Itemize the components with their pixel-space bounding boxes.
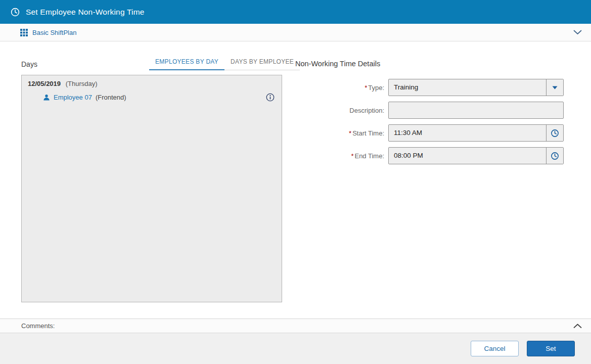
employee-team: (Frontend) xyxy=(96,94,126,101)
clock-icon xyxy=(551,129,559,138)
chevron-up-icon[interactable] xyxy=(573,324,582,329)
details-title: Non-Working Time Details xyxy=(295,60,380,68)
description-field-row: Description: xyxy=(295,102,568,119)
days-section-title: Days xyxy=(21,60,37,68)
comments-bar[interactable]: Comments: xyxy=(0,318,591,333)
type-label: *Type: xyxy=(295,84,388,92)
shiftplan-bar[interactable]: Basic ShiftPlan xyxy=(0,24,591,41)
dialog-footer: Cancel Set xyxy=(0,333,591,364)
employee-row[interactable]: Employee 07 (Frontend) xyxy=(22,90,282,107)
dialog-title: Set Employee Non-Working Time xyxy=(26,8,145,17)
required-marker: * xyxy=(365,84,367,92)
start-time-input[interactable]: 11:30 AM xyxy=(388,124,564,142)
type-dropdown[interactable]: Training xyxy=(388,79,564,96)
days-list: 12/05/2019 (Thursday) Employee 07 (Front… xyxy=(21,75,282,302)
shiftplan-label: Basic ShiftPlan xyxy=(32,29,76,36)
required-marker: * xyxy=(351,152,353,160)
type-field-row: *Type: Training xyxy=(295,79,568,96)
shiftplan-grid-icon xyxy=(20,29,28,36)
set-nonworking-time-dialog: Set Employee Non-Working Time Basic Shif… xyxy=(0,0,591,364)
comments-label: Comments: xyxy=(21,322,55,330)
start-time-label: *Start Time: xyxy=(295,129,388,137)
dialog-header: Set Employee Non-Working Time xyxy=(0,0,591,24)
end-time-value[interactable]: 08:00 PM xyxy=(389,148,546,164)
set-button[interactable]: Set xyxy=(527,341,575,356)
start-time-field-row: *Start Time: 11:30 AM xyxy=(295,124,568,142)
day-date: 12/05/2019 xyxy=(28,80,61,87)
tab-employees-by-day[interactable]: EMPLOYEES BY DAY xyxy=(149,54,224,70)
end-time-input[interactable]: 08:00 PM xyxy=(388,147,564,164)
employee-name[interactable]: Employee 07 xyxy=(54,94,92,101)
description-label-text: Description: xyxy=(349,107,384,114)
end-time-picker-button[interactable] xyxy=(546,148,563,164)
end-time-label: *End Time: xyxy=(295,152,388,160)
description-input[interactable] xyxy=(389,102,563,118)
details-form: *Type: Training Description: *Star xyxy=(295,79,568,170)
view-tabs: EMPLOYEES BY DAY DAYS BY EMPLOYEE xyxy=(149,54,300,70)
day-row[interactable]: 12/05/2019 (Thursday) xyxy=(22,75,282,90)
cancel-button[interactable]: Cancel xyxy=(471,341,519,356)
dialog-body: Days EMPLOYEES BY DAY DAYS BY EMPLOYEE 1… xyxy=(0,41,591,318)
person-icon xyxy=(43,94,50,101)
required-marker: * xyxy=(349,129,351,137)
start-time-label-text: Start Time: xyxy=(352,129,384,137)
tab-days-by-employee[interactable]: DAYS BY EMPLOYEE xyxy=(224,54,300,70)
chevron-down-icon[interactable] xyxy=(573,30,582,35)
type-dropdown-button[interactable] xyxy=(546,79,563,96)
type-label-text: Type: xyxy=(368,84,384,92)
start-time-picker-button[interactable] xyxy=(546,125,563,141)
type-value[interactable]: Training xyxy=(389,79,546,96)
day-weekday: (Thursday) xyxy=(66,80,98,87)
non-working-time-clock-icon xyxy=(10,7,20,17)
caret-down-icon xyxy=(552,86,558,89)
end-time-label-text: End Time: xyxy=(354,152,384,160)
description-label: Description: xyxy=(295,107,388,114)
info-icon[interactable] xyxy=(266,93,275,102)
end-time-field-row: *End Time: 08:00 PM xyxy=(295,147,568,164)
description-input-wrap[interactable] xyxy=(388,102,564,119)
clock-icon xyxy=(551,152,559,160)
start-time-value[interactable]: 11:30 AM xyxy=(389,125,546,141)
